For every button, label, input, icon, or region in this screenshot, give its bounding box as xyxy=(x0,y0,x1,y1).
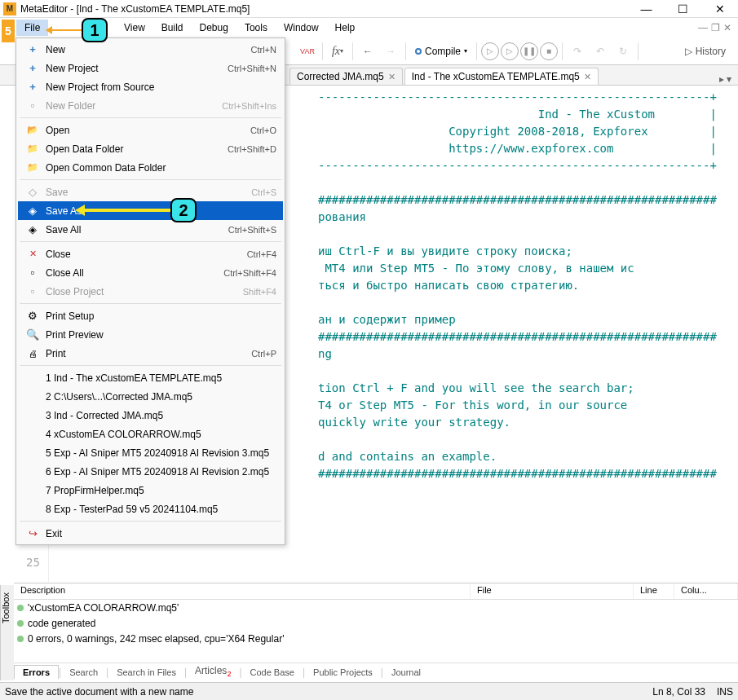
errors-tabs: Errors| Search| Search in Files| Article… xyxy=(14,663,738,680)
debug-play-button[interactable]: ▷ xyxy=(501,42,519,60)
menu-new-project-source[interactable]: New Project from Source xyxy=(18,77,283,96)
step-button-3[interactable]: ↻ xyxy=(612,41,634,62)
folder-icon xyxy=(24,143,41,154)
menu-save-all[interactable]: ◈Save AllCtrl+Shift+S xyxy=(18,220,283,239)
mdi-minimize-icon[interactable]: — xyxy=(698,22,708,33)
menu-recent-1[interactable]: 1 Ind - The xCustomEA TEMPLATE.mq5 xyxy=(18,368,283,387)
tab-search[interactable]: Search xyxy=(61,666,106,679)
close-all-icon: ▫ xyxy=(24,266,41,279)
statusbar: Save the active document with a new name… xyxy=(0,682,738,700)
menu-tools[interactable]: Tools xyxy=(236,20,276,36)
error-row[interactable]: 0 errors, 0 warnings, 242 msec elapsed, … xyxy=(14,631,738,646)
history-icon: ▷ xyxy=(685,46,692,57)
save-all-icon: ◈ xyxy=(24,223,41,236)
nav-back-button[interactable]: ← xyxy=(357,41,378,62)
errors-header: Description File Line Colu... xyxy=(14,583,738,600)
menu-view[interactable]: View xyxy=(116,20,153,36)
mdi-close-icon[interactable]: ✕ xyxy=(723,22,731,33)
bullet-icon xyxy=(17,636,24,642)
save-icon: ◇ xyxy=(24,186,41,198)
folder-open-icon xyxy=(24,125,41,135)
fx-button[interactable]: fx▾ xyxy=(327,41,348,62)
error-row[interactable]: code generated xyxy=(14,615,738,631)
history-button[interactable]: ▷ History xyxy=(678,41,733,62)
window-title: MetaEditor - [Ind - The xCustomEA TEMPLA… xyxy=(20,3,628,15)
step-button-1[interactable]: ↷ xyxy=(567,41,588,62)
menu-print[interactable]: PrintCtrl+P xyxy=(18,344,283,363)
menu-build[interactable]: Build xyxy=(153,20,192,36)
menu-print-preview[interactable]: 🔍Print Preview xyxy=(18,325,283,344)
error-row[interactable]: 'xCustomEA COLORARROW.mq5' xyxy=(14,600,738,615)
new-folder-icon: ▫ xyxy=(24,99,41,112)
menu-recent-2[interactable]: 2 C:\Users\...\Corrected JMA.mq5 xyxy=(18,387,283,406)
menu-open-data-folder[interactable]: Open Data FolderCtrl+Shift+D xyxy=(18,139,283,158)
menu-close[interactable]: CloseCtrl+F4 xyxy=(18,244,283,263)
close-icon[interactable]: ✕ xyxy=(388,72,396,82)
tab-xcustomea-template[interactable]: Ind - The xCustomEA TEMPLATE.mq5✕ xyxy=(404,68,599,85)
menu-open[interactable]: OpenCtrl+O xyxy=(18,121,283,139)
compile-icon xyxy=(415,48,422,55)
close-icon[interactable]: ✕ xyxy=(584,72,591,82)
mdi-restore-icon[interactable]: ❐ xyxy=(711,22,720,33)
menu-recent-6[interactable]: 6 Exp - AI Sniper MT5 20240918 AI Revisi… xyxy=(18,462,283,481)
menu-recent-8[interactable]: 8 Exp - TesterPad 59 v5 20241104.mq5 xyxy=(18,500,283,518)
new-project-source-icon xyxy=(24,81,41,93)
bullet-icon xyxy=(17,620,24,627)
menu-open-common-folder[interactable]: Open Common Data Folder xyxy=(18,158,283,177)
col-line[interactable]: Line xyxy=(634,583,674,599)
tab-journal[interactable]: Journal xyxy=(383,666,429,679)
compile-button[interactable]: Compile ▾ xyxy=(410,44,472,59)
tab-codebase[interactable]: Code Base xyxy=(242,666,303,679)
print-preview-icon: 🔍 xyxy=(24,328,41,341)
debug-stop-button[interactable]: ■ xyxy=(540,42,558,60)
annotation-arrow-2 xyxy=(77,209,171,212)
menu-debug[interactable]: Debug xyxy=(192,20,236,36)
tabs-overflow-button[interactable]: ▸ ▾ xyxy=(713,73,738,85)
tab-corrected-jma[interactable]: Corrected JMA.mq5✕ xyxy=(289,68,403,85)
tab-articles[interactable]: Articles2 xyxy=(187,663,239,680)
print-setup-icon: ⚙ xyxy=(24,310,41,322)
status-insert-mode: INS xyxy=(717,686,733,698)
mt5-badge: 5 xyxy=(2,20,15,42)
debug-pause-button[interactable]: ❚❚ xyxy=(520,42,538,60)
menu-print-setup[interactable]: ⚙Print Setup xyxy=(18,306,283,325)
menu-recent-5[interactable]: 5 Exp - AI Sniper MT5 20240918 AI Revisi… xyxy=(18,443,283,462)
annotation-arrow-1 xyxy=(46,29,83,31)
minimize-button[interactable]: — xyxy=(628,0,665,18)
step-button-2[interactable]: ↶ xyxy=(590,41,611,62)
annotation-badge-2: 2 xyxy=(170,198,197,222)
menubar: File ch View Build Debug Tools Window He… xyxy=(0,18,738,37)
menu-new-project[interactable]: New ProjectCtrl+Shift+N xyxy=(18,59,283,77)
tab-errors[interactable]: Errors xyxy=(14,665,59,679)
close-project-icon: ▫ xyxy=(24,285,41,297)
menu-help[interactable]: Help xyxy=(327,20,364,36)
col-column[interactable]: Colu... xyxy=(674,583,738,599)
menu-recent-7[interactable]: 7 PropFirmHelper.mq5 xyxy=(18,481,283,500)
menu-exit[interactable]: Exit xyxy=(18,524,283,543)
tab-public-projects[interactable]: Public Projects xyxy=(305,666,381,679)
menu-save: ◇SaveCtrl+S xyxy=(18,183,283,201)
app-icon: M xyxy=(3,2,16,15)
menu-close-all[interactable]: ▫Close AllCtrl+Shift+F4 xyxy=(18,263,283,282)
menu-new[interactable]: NewCtrl+N xyxy=(18,40,283,59)
status-position: Ln 8, Col 33 xyxy=(652,686,705,698)
line-number-25: 25 xyxy=(26,556,40,569)
tab-search-in-files[interactable]: Search in Files xyxy=(108,666,184,679)
menu-recent-4[interactable]: 4 xCustomEA COLORARROW.mq5 xyxy=(18,425,283,443)
file-menu-dropdown: NewCtrl+N New ProjectCtrl+Shift+N New Pr… xyxy=(15,37,285,545)
col-description[interactable]: Description xyxy=(14,583,471,599)
nav-forward-button[interactable]: → xyxy=(380,41,401,62)
col-file[interactable]: File xyxy=(471,583,634,599)
new-project-icon xyxy=(24,62,41,74)
close-button[interactable]: ✕ xyxy=(701,0,738,18)
new-icon xyxy=(24,43,41,55)
maximize-button[interactable]: ☐ xyxy=(665,0,701,18)
annotation-badge-1: 1 xyxy=(82,18,108,42)
debug-start-button[interactable]: ▷ xyxy=(481,42,499,60)
titlebar: M MetaEditor - [Ind - The xCustomEA TEMP… xyxy=(0,0,738,18)
menu-recent-3[interactable]: 3 Ind - Corrected JMA.mq5 xyxy=(18,406,283,425)
toolbox-side-tab[interactable]: Toolbox xyxy=(0,585,14,680)
errors-panel: Description File Line Colu... 'xCustomEA… xyxy=(14,583,738,680)
var-button[interactable]: VAR xyxy=(297,41,318,62)
menu-window[interactable]: Window xyxy=(276,20,327,36)
